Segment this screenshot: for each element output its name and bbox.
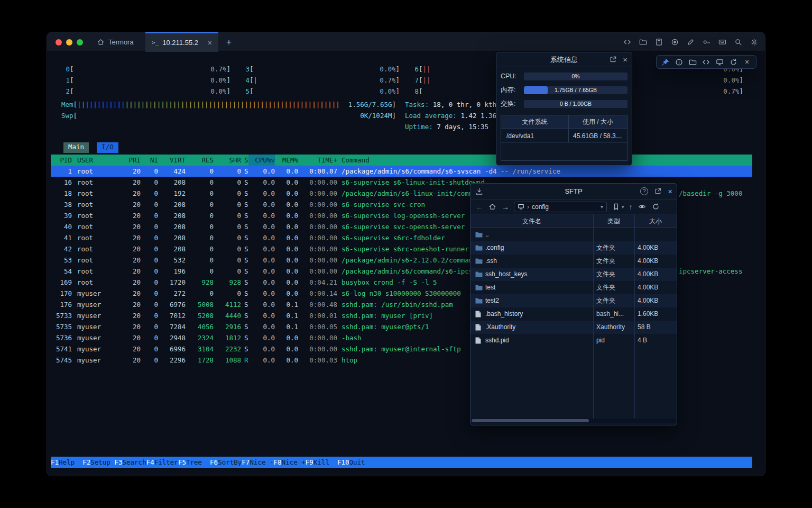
sftp-toolbar: ← → › config ▾ ▾ ↑ (470, 199, 677, 214)
fkey-f5[interactable]: F5 (178, 457, 186, 468)
file-row-test2[interactable]: test2文件夹4.00KB (470, 294, 677, 307)
file-column-header[interactable]: 文件名 (470, 214, 593, 228)
file-column-header[interactable]: 大小 (634, 214, 677, 228)
fs-row[interactable]: /dev/vda145.61GB / 58.3… (501, 129, 627, 143)
pin-icon[interactable] (661, 58, 670, 67)
show-hidden-icon[interactable] (638, 202, 647, 211)
file-row-sshd.pid[interactable]: sshd.pidpid4 B (470, 334, 677, 347)
fkey-f3[interactable]: F3 (114, 457, 122, 468)
tab-termora-home[interactable]: Termora (90, 32, 140, 52)
new-tab-button[interactable]: + (223, 36, 235, 49)
close-icon[interactable]: × (743, 58, 752, 67)
help-icon[interactable]: ? (640, 187, 648, 195)
column-header-pri[interactable]: PRI (108, 155, 141, 166)
horizontal-scrollbar[interactable] (471, 419, 676, 423)
file-row-.bash_history[interactable]: .bash_historybash_hi...1.60KB (470, 307, 677, 321)
open-in-window-icon[interactable] (608, 55, 617, 64)
fkey-label[interactable]: Nice + (282, 457, 306, 468)
chevron-down-icon[interactable]: ▾ (601, 204, 603, 210)
monitor-icon[interactable] (715, 58, 724, 67)
fkey-f8[interactable]: F8 (274, 457, 282, 468)
column-header-pid[interactable]: PID (51, 155, 72, 166)
file-row-.config[interactable]: .config文件夹4.00KB (470, 241, 677, 255)
process-row-1[interactable]: 1root20042400S0.00.00:00.07/package/admi… (51, 166, 752, 177)
termora-window: Termora >_ 10.211.55.2 × + 0[0.7%]3[0.0%… (47, 32, 765, 476)
code-icon[interactable] (702, 58, 710, 67)
fkey-f4[interactable]: F4 (146, 457, 154, 468)
folder-icon (475, 297, 483, 305)
tab-session[interactable]: >_ 10.211.55.2 × (145, 32, 218, 52)
path-breadcrumb[interactable]: › config ▾ (514, 202, 607, 212)
column-header-mem[interactable]: MEM% (276, 155, 298, 166)
file-column-header[interactable]: 类型 (593, 214, 634, 228)
fs-column-header[interactable]: 文件系统 (501, 115, 569, 129)
keyboard-icon[interactable] (718, 38, 727, 47)
scrollbar-thumb[interactable] (472, 419, 589, 422)
column-header-res[interactable]: RES (186, 155, 214, 166)
settings-icon[interactable] (750, 38, 759, 47)
fkey-f9[interactable]: F9 (306, 457, 313, 468)
refresh-icon[interactable] (651, 202, 660, 211)
folder-icon[interactable] (639, 38, 648, 47)
file-row-.ssh[interactable]: .ssh文件夹4.00KB (470, 255, 677, 268)
column-header-shr[interactable]: SHR (214, 155, 241, 166)
fkey-f10[interactable]: F10 (337, 457, 349, 468)
column-header-user[interactable]: USER (77, 155, 108, 166)
fkey-label[interactable]: Quit (349, 457, 373, 468)
column-divider[interactable] (634, 214, 635, 419)
fs-column-header[interactable]: 使用 / 大小 (569, 115, 627, 129)
fkey-f2[interactable]: F2 (82, 457, 90, 468)
fkey-label[interactable]: Help (59, 457, 82, 468)
folder-icon[interactable] (688, 58, 697, 67)
up-directory-button[interactable]: ↑ (629, 203, 633, 211)
download-icon[interactable] (475, 187, 484, 196)
zoom-window-button[interactable] (77, 39, 83, 46)
session-tab-label: 10.211.55.2 (162, 39, 198, 47)
back-button[interactable]: ← (476, 203, 483, 211)
close-window-icon[interactable]: × (668, 187, 672, 195)
record-icon[interactable] (670, 38, 679, 47)
edit-icon[interactable] (686, 38, 695, 47)
system-info-panel: 系统信息 × CPU:0%内存:1.75GB / 7.65GB交换:0 B / … (496, 52, 632, 166)
code-icon[interactable] (623, 38, 632, 47)
folder-icon (475, 271, 483, 279)
column-header-ni[interactable]: NI (141, 155, 158, 166)
home-button[interactable] (488, 202, 497, 211)
key-icon[interactable] (702, 38, 711, 47)
htop-tab-main[interactable]: Main (63, 142, 89, 153)
column-header-cpu[interactable]: CPU%▽ (248, 155, 275, 166)
file-row-.Xauthority[interactable]: .XauthorityXauthority58 B (470, 321, 677, 334)
path-segment[interactable]: config (532, 203, 549, 211)
htop-tab-io[interactable]: I/O (97, 142, 118, 153)
column-header-time+[interactable]: TIME+ (299, 155, 337, 166)
bookmark-icon[interactable] (612, 202, 621, 211)
column-divider[interactable] (593, 214, 594, 419)
fkey-label[interactable]: Search (123, 457, 146, 468)
minimize-window-button[interactable] (66, 39, 72, 46)
search-icon[interactable] (734, 38, 743, 47)
close-window-button[interactable] (56, 39, 62, 46)
info-icon[interactable] (675, 58, 684, 67)
fkey-f7[interactable]: F7 (242, 457, 250, 468)
fkey-label[interactable]: Kill (313, 457, 337, 468)
file-row-..[interactable]: .. (470, 228, 677, 241)
file-row-ssh_host_keys[interactable]: ssh_host_keys文件夹4.00KB (470, 268, 677, 281)
fkey-label[interactable]: Filter (154, 457, 178, 468)
fkey-label[interactable]: Setup (90, 457, 114, 468)
bookmark-chevron-icon[interactable]: ▾ (622, 204, 624, 210)
close-panel-icon[interactable]: × (623, 56, 628, 64)
close-tab-icon[interactable]: × (205, 39, 212, 47)
open-in-window-icon[interactable] (653, 187, 662, 196)
folder-icon (475, 244, 483, 252)
cpu-meter-2: 2[0.0%] (61, 86, 230, 97)
fkey-label[interactable]: SortBy (218, 457, 242, 468)
fkey-f1[interactable]: F1 (51, 457, 59, 468)
forward-button[interactable]: → (502, 203, 509, 211)
journal-icon[interactable] (654, 38, 663, 47)
fkey-label[interactable]: Nice - (250, 457, 273, 468)
fkey-f6[interactable]: F6 (210, 457, 218, 468)
refresh-icon[interactable] (729, 58, 738, 67)
fkey-label[interactable]: Tree (186, 457, 210, 468)
file-row-test[interactable]: test文件夹4.00KB (470, 281, 677, 294)
column-header-virt[interactable]: VIRT (158, 155, 186, 166)
